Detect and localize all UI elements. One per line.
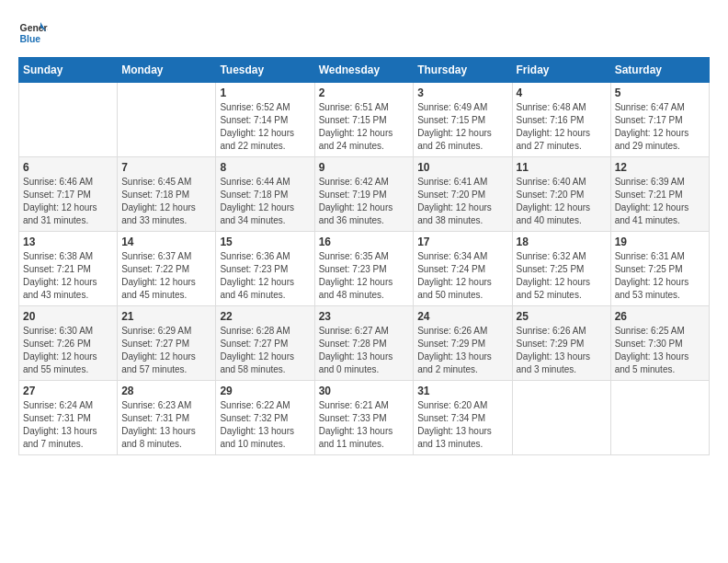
day-info: Sunrise: 6:35 AM Sunset: 7:23 PM Dayligh… — [319, 250, 410, 302]
calendar-cell: 22Sunrise: 6:28 AM Sunset: 7:27 PM Dayli… — [216, 306, 314, 381]
calendar-cell: 2Sunrise: 6:51 AM Sunset: 7:15 PM Daylig… — [314, 83, 414, 157]
calendar-week-3: 13Sunrise: 6:38 AM Sunset: 7:21 PM Dayli… — [19, 232, 710, 306]
calendar-cell: 27Sunrise: 6:24 AM Sunset: 7:31 PM Dayli… — [19, 381, 118, 455]
calendar-cell: 11Sunrise: 6:40 AM Sunset: 7:20 PM Dayli… — [512, 157, 610, 232]
day-number: 5 — [615, 86, 705, 99]
calendar-week-5: 27Sunrise: 6:24 AM Sunset: 7:31 PM Dayli… — [19, 381, 710, 455]
calendar-cell: 8Sunrise: 6:44 AM Sunset: 7:18 PM Daylig… — [216, 157, 314, 232]
calendar-cell: 30Sunrise: 6:21 AM Sunset: 7:33 PM Dayli… — [314, 381, 414, 455]
day-number: 9 — [319, 161, 410, 174]
day-info: Sunrise: 6:48 AM Sunset: 7:16 PM Dayligh… — [517, 101, 607, 153]
calendar-cell: 10Sunrise: 6:41 AM Sunset: 7:20 PM Dayli… — [414, 157, 512, 232]
day-number: 4 — [517, 86, 607, 99]
day-info: Sunrise: 6:22 AM Sunset: 7:32 PM Dayligh… — [220, 399, 310, 451]
day-number: 1 — [220, 86, 310, 99]
logo: General Blue — [18, 18, 48, 48]
calendar-cell: 12Sunrise: 6:39 AM Sunset: 7:21 PM Dayli… — [610, 157, 709, 232]
calendar-cell: 14Sunrise: 6:37 AM Sunset: 7:22 PM Dayli… — [118, 232, 216, 306]
calendar-week-2: 6Sunrise: 6:46 AM Sunset: 7:17 PM Daylig… — [19, 157, 710, 232]
day-number: 23 — [319, 310, 410, 323]
day-number: 29 — [220, 385, 310, 397]
calendar-cell — [512, 381, 610, 455]
day-number: 13 — [23, 236, 113, 248]
day-number: 17 — [417, 236, 507, 248]
calendar-cell: 31Sunrise: 6:20 AM Sunset: 7:34 PM Dayli… — [414, 381, 512, 455]
calendar-cell: 21Sunrise: 6:29 AM Sunset: 7:27 PM Dayli… — [118, 306, 216, 381]
day-info: Sunrise: 6:40 AM Sunset: 7:20 PM Dayligh… — [517, 176, 607, 227]
day-number: 8 — [220, 161, 310, 174]
day-number: 10 — [417, 161, 507, 174]
day-info: Sunrise: 6:20 AM Sunset: 7:34 PM Dayligh… — [417, 399, 507, 451]
day-number: 27 — [23, 385, 113, 397]
calendar-cell: 19Sunrise: 6:31 AM Sunset: 7:25 PM Dayli… — [610, 232, 709, 306]
day-info: Sunrise: 6:24 AM Sunset: 7:31 PM Dayligh… — [23, 399, 113, 451]
weekday-header-wednesday: Wednesday — [314, 58, 414, 83]
day-number: 30 — [319, 385, 410, 397]
calendar-cell: 13Sunrise: 6:38 AM Sunset: 7:21 PM Dayli… — [19, 232, 118, 306]
day-number: 31 — [417, 385, 507, 397]
day-info: Sunrise: 6:26 AM Sunset: 7:29 PM Dayligh… — [517, 325, 607, 376]
day-number: 20 — [23, 310, 113, 323]
day-info: Sunrise: 6:30 AM Sunset: 7:26 PM Dayligh… — [23, 325, 113, 376]
day-number: 28 — [121, 385, 211, 397]
day-info: Sunrise: 6:46 AM Sunset: 7:17 PM Dayligh… — [23, 176, 113, 227]
calendar-cell: 17Sunrise: 6:34 AM Sunset: 7:24 PM Dayli… — [414, 232, 512, 306]
day-info: Sunrise: 6:42 AM Sunset: 7:19 PM Dayligh… — [319, 176, 410, 227]
logo-icon: General Blue — [18, 18, 48, 48]
day-info: Sunrise: 6:32 AM Sunset: 7:25 PM Dayligh… — [517, 250, 607, 302]
day-number: 19 — [615, 236, 705, 248]
day-number: 12 — [615, 161, 705, 174]
calendar-cell: 16Sunrise: 6:35 AM Sunset: 7:23 PM Dayli… — [314, 232, 414, 306]
day-number: 3 — [417, 86, 507, 99]
calendar-cell: 15Sunrise: 6:36 AM Sunset: 7:23 PM Dayli… — [216, 232, 314, 306]
calendar-cell: 18Sunrise: 6:32 AM Sunset: 7:25 PM Dayli… — [512, 232, 610, 306]
calendar-cell: 6Sunrise: 6:46 AM Sunset: 7:17 PM Daylig… — [19, 157, 118, 232]
day-info: Sunrise: 6:29 AM Sunset: 7:27 PM Dayligh… — [121, 325, 211, 376]
calendar-cell — [610, 381, 709, 455]
day-number: 24 — [417, 310, 507, 323]
calendar-cell: 7Sunrise: 6:45 AM Sunset: 7:18 PM Daylig… — [118, 157, 216, 232]
calendar-week-4: 20Sunrise: 6:30 AM Sunset: 7:26 PM Dayli… — [19, 306, 710, 381]
day-info: Sunrise: 6:25 AM Sunset: 7:30 PM Dayligh… — [615, 325, 705, 376]
day-number: 22 — [220, 310, 310, 323]
page-header: General Blue — [18, 18, 710, 48]
day-info: Sunrise: 6:21 AM Sunset: 7:33 PM Dayligh… — [319, 399, 410, 451]
day-info: Sunrise: 6:41 AM Sunset: 7:20 PM Dayligh… — [417, 176, 507, 227]
day-info: Sunrise: 6:47 AM Sunset: 7:17 PM Dayligh… — [615, 101, 705, 153]
calendar-cell: 3Sunrise: 6:49 AM Sunset: 7:15 PM Daylig… — [414, 83, 512, 157]
day-info: Sunrise: 6:51 AM Sunset: 7:15 PM Dayligh… — [319, 101, 410, 153]
svg-text:Blue: Blue — [20, 34, 41, 44]
day-info: Sunrise: 6:28 AM Sunset: 7:27 PM Dayligh… — [220, 325, 310, 376]
day-info: Sunrise: 6:38 AM Sunset: 7:21 PM Dayligh… — [23, 250, 113, 302]
day-number: 21 — [121, 310, 211, 323]
day-info: Sunrise: 6:27 AM Sunset: 7:28 PM Dayligh… — [319, 325, 410, 376]
weekday-header-monday: Monday — [118, 58, 216, 83]
day-info: Sunrise: 6:31 AM Sunset: 7:25 PM Dayligh… — [615, 250, 705, 302]
day-number: 6 — [23, 161, 113, 174]
calendar-cell: 9Sunrise: 6:42 AM Sunset: 7:19 PM Daylig… — [314, 157, 414, 232]
calendar-cell: 1Sunrise: 6:52 AM Sunset: 7:14 PM Daylig… — [216, 83, 314, 157]
calendar-cell: 25Sunrise: 6:26 AM Sunset: 7:29 PM Dayli… — [512, 306, 610, 381]
day-info: Sunrise: 6:45 AM Sunset: 7:18 PM Dayligh… — [121, 176, 211, 227]
calendar-cell: 20Sunrise: 6:30 AM Sunset: 7:26 PM Dayli… — [19, 306, 118, 381]
calendar-cell — [19, 83, 118, 157]
day-info: Sunrise: 6:37 AM Sunset: 7:22 PM Dayligh… — [121, 250, 211, 302]
day-number: 25 — [517, 310, 607, 323]
calendar-table: SundayMondayTuesdayWednesdayThursdayFrid… — [18, 57, 710, 455]
day-info: Sunrise: 6:23 AM Sunset: 7:31 PM Dayligh… — [121, 399, 211, 451]
day-info: Sunrise: 6:52 AM Sunset: 7:14 PM Dayligh… — [220, 101, 310, 153]
calendar-header-row: SundayMondayTuesdayWednesdayThursdayFrid… — [19, 58, 710, 83]
day-number: 26 — [615, 310, 705, 323]
calendar-week-1: 1Sunrise: 6:52 AM Sunset: 7:14 PM Daylig… — [19, 83, 710, 157]
day-info: Sunrise: 6:44 AM Sunset: 7:18 PM Dayligh… — [220, 176, 310, 227]
day-number: 16 — [319, 236, 410, 248]
calendar-cell: 4Sunrise: 6:48 AM Sunset: 7:16 PM Daylig… — [512, 83, 610, 157]
weekday-header-friday: Friday — [512, 58, 610, 83]
day-number: 7 — [121, 161, 211, 174]
day-info: Sunrise: 6:26 AM Sunset: 7:29 PM Dayligh… — [417, 325, 507, 376]
weekday-header-saturday: Saturday — [610, 58, 709, 83]
calendar-cell: 28Sunrise: 6:23 AM Sunset: 7:31 PM Dayli… — [118, 381, 216, 455]
calendar-cell: 23Sunrise: 6:27 AM Sunset: 7:28 PM Dayli… — [314, 306, 414, 381]
calendar-cell — [118, 83, 216, 157]
day-number: 14 — [121, 236, 211, 248]
